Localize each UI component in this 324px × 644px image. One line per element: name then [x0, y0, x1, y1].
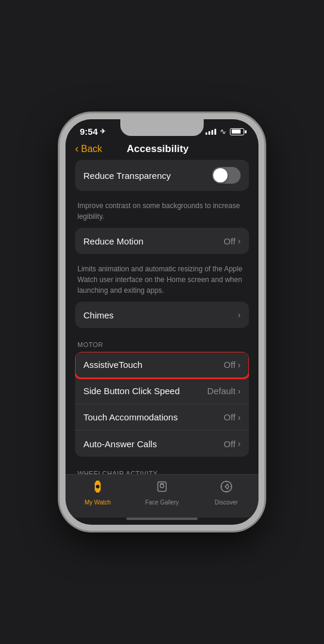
auto-answer-chevron-icon: ›	[238, 439, 241, 448]
chimes-label: Chimes	[83, 310, 114, 320]
home-indicator	[126, 518, 198, 520]
touch-accommodations-label: Touch Accommodations	[83, 412, 177, 422]
auto-answer-right: Off ›	[224, 439, 241, 449]
motor-group: AssistiveTouch Off › Side Button Click S…	[75, 352, 249, 457]
my-watch-tab-label: My Watch	[85, 499, 111, 506]
nav-bar: ‹ Back Accessibility	[66, 139, 258, 160]
reduce-transparency-toggle[interactable]	[212, 167, 241, 184]
signal-bars	[205, 129, 216, 135]
back-chevron-icon: ‹	[75, 143, 79, 155]
status-time: 9:54 ✈	[80, 126, 105, 137]
time-display: 9:54	[80, 126, 98, 137]
svg-marker-8	[225, 484, 229, 489]
reduce-motion-label: Reduce Motion	[83, 236, 144, 246]
side-button-value: Default	[207, 386, 236, 396]
assistive-touch-chevron-icon: ›	[238, 360, 241, 370]
chimes-right: ›	[238, 310, 241, 320]
motor-section-header: MOTOR	[75, 334, 249, 352]
svg-rect-2	[96, 491, 99, 493]
battery-icon	[230, 128, 244, 135]
reduce-transparency-item[interactable]: Reduce Transparency	[75, 160, 249, 191]
discover-tab-label: Discover	[215, 499, 238, 506]
auto-answer-item[interactable]: Auto-Answer Calls Off ›	[75, 431, 249, 457]
face-gallery-tab-label: Face Gallery	[145, 499, 179, 506]
chimes-group: Chimes ›	[75, 302, 249, 328]
side-button-right: Default ›	[207, 386, 241, 396]
tab-face-gallery[interactable]: Face Gallery	[130, 479, 194, 506]
battery-fill	[232, 129, 241, 134]
reduce-motion-right: Off ›	[224, 236, 241, 246]
touch-accommodations-right: Off ›	[224, 412, 241, 422]
my-watch-icon	[91, 479, 105, 497]
discover-icon	[219, 479, 233, 497]
wheelchair-header: WHEELCHAIR ACTIVITY	[75, 463, 249, 474]
svg-point-7	[221, 481, 232, 492]
back-label: Back	[81, 144, 102, 154]
reduce-transparency-label: Reduce Transparency	[83, 171, 171, 181]
auto-answer-label: Auto-Answer Calls	[83, 439, 157, 449]
reduce-motion-desc: Limits animation and automatic resizing …	[75, 260, 249, 302]
tab-bar: My Watch Face Gallery	[66, 474, 258, 518]
wifi-icon: ∿	[220, 127, 226, 136]
side-button-chevron-icon: ›	[238, 386, 241, 396]
assistive-touch-value: Off	[224, 360, 236, 370]
touch-accommodations-item[interactable]: Touch Accommodations Off ›	[75, 404, 249, 431]
side-button-label: Side Button Click Speed	[83, 386, 180, 396]
phone-frame: 9:54 ✈ ∿ ‹ Back Acce	[60, 113, 264, 531]
svg-point-5	[160, 484, 164, 488]
content-scroll[interactable]: Reduce Transparency Improve contrast on …	[66, 160, 258, 474]
chimes-item[interactable]: Chimes ›	[75, 302, 249, 328]
chimes-chevron-icon: ›	[238, 310, 241, 320]
status-bar: 9:54 ✈ ∿	[66, 119, 258, 139]
auto-answer-value: Off	[224, 439, 236, 449]
face-gallery-icon	[155, 479, 169, 497]
assistive-touch-label: AssistiveTouch	[83, 360, 142, 370]
svg-rect-1	[96, 481, 99, 482]
touch-accommodations-value: Off	[224, 412, 236, 422]
svg-point-3	[96, 485, 99, 488]
tab-discover[interactable]: Discover	[194, 479, 258, 506]
screen: 9:54 ✈ ∿ ‹ Back Acce	[66, 119, 258, 525]
side-button-item[interactable]: Side Button Click Speed Default ›	[75, 378, 249, 404]
assistive-touch-item[interactable]: AssistiveTouch Off ›	[75, 352, 249, 378]
page-title: Accessibility	[102, 143, 213, 155]
assistive-touch-right: Off ›	[224, 360, 241, 370]
reduce-transparency-group: Reduce Transparency	[75, 160, 249, 191]
reduce-transparency-desc: Improve contrast on some backgrounds to …	[75, 197, 249, 228]
reduce-motion-value: Off	[224, 236, 236, 246]
location-icon: ✈	[100, 128, 105, 135]
touch-accommodations-chevron-icon: ›	[238, 413, 241, 422]
reduce-motion-group: Reduce Motion Off ›	[75, 228, 249, 254]
back-button[interactable]: ‹ Back	[75, 143, 102, 155]
reduce-motion-chevron-icon: ›	[238, 236, 241, 246]
toggle-thumb	[213, 168, 228, 182]
status-icons: ∿	[205, 127, 244, 136]
reduce-motion-item[interactable]: Reduce Motion Off ›	[75, 228, 249, 254]
tab-my-watch[interactable]: My Watch	[66, 479, 130, 506]
